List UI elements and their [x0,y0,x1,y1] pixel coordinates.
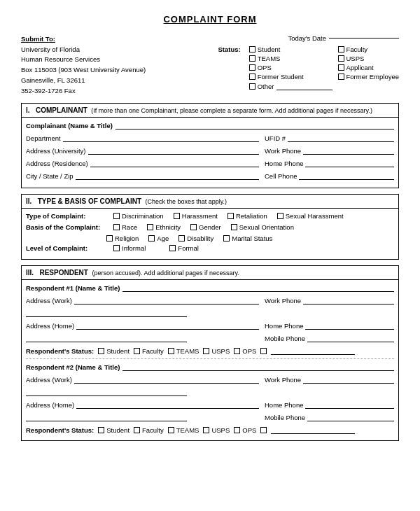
type-harassment[interactable]: Harassment [174,212,218,220]
city-field[interactable] [76,172,259,180]
status-student[interactable]: Student [249,46,332,53]
cb-age[interactable] [148,235,155,241]
basis-gender[interactable]: Gender [190,223,221,231]
type-discrimination[interactable]: Discrimination [113,212,164,220]
status-faculty[interactable]: Faculty [338,46,400,53]
ufid-field[interactable] [288,134,394,142]
r2-home-phone-field[interactable] [305,400,394,409]
r2-cb-student[interactable] [98,427,104,433]
type-retaliation[interactable]: Retaliation [227,212,267,220]
r1-status-student[interactable]: Student [98,347,130,355]
cb-race[interactable] [113,224,120,230]
cb-religion[interactable] [106,235,113,241]
level-informal[interactable]: Informal [113,244,146,252]
cb-harassment[interactable] [174,213,180,219]
r1-cb-usps[interactable] [203,348,209,354]
r1-cb-faculty[interactable] [134,348,140,354]
cb-gender[interactable] [190,224,197,230]
address-university-field[interactable] [88,146,259,155]
r1-mobile-field[interactable] [307,334,394,342]
r1-status-ops[interactable]: OPS [234,347,256,355]
basis-sexual-orientation[interactable]: Sexual Orientation [231,223,294,231]
basis-religion[interactable]: Religion [106,234,139,242]
r2-addr-home-field2[interactable] [26,413,187,421]
checkbox-usps[interactable] [338,55,344,62]
checkbox-faculty[interactable] [338,46,344,52]
checkbox-former-employee[interactable] [338,74,344,80]
respondent2-name-field[interactable] [122,363,394,371]
r1-status-other-field[interactable] [271,346,355,355]
r1-cb-ops[interactable] [234,348,240,354]
r2-addr-work-field2[interactable] [26,388,187,396]
cb-formal[interactable] [169,245,176,251]
r2-addr-home-row: Address (Home) Home Phone [26,400,394,409]
r1-addr-home-field[interactable] [76,321,259,330]
r2-cb-teams[interactable] [168,427,174,433]
r2-status-ops[interactable]: OPS [234,426,256,434]
checkbox-other[interactable] [249,83,255,90]
type-sexual-harassment[interactable]: Sexual Harassment [277,212,344,220]
r2-mobile-field[interactable] [307,413,394,421]
basis-race[interactable]: Race [113,223,137,231]
r1-work-phone-field[interactable] [303,296,394,304]
r2-cb-faculty[interactable] [134,427,140,433]
r2-status-teams[interactable]: TEAMS [168,426,200,434]
home-phone-field[interactable] [305,159,394,167]
r1-cb-other[interactable] [260,348,267,354]
r1-home-phone-field[interactable] [305,321,394,330]
checkbox-ops[interactable] [249,64,255,71]
r2-mobile-row: Mobile Phone [26,413,394,421]
department-field[interactable] [63,134,259,142]
status-former-employee[interactable]: Former Employee [338,73,400,80]
r1-status-faculty[interactable]: Faculty [134,347,164,355]
cb-informal[interactable] [113,245,120,251]
r1-cb-teams[interactable] [168,348,174,354]
r1-addr-work-field[interactable] [74,296,259,304]
r2-work-phone-field[interactable] [303,375,394,384]
level-formal[interactable]: Formal [169,244,199,252]
r2-cb-ops[interactable] [234,427,240,433]
address-residence-field[interactable] [90,159,259,167]
r1-addr-work-field2[interactable] [26,309,187,317]
status-other[interactable]: Other [249,82,332,90]
status-usps[interactable]: USPS [338,55,400,62]
basis-disability[interactable]: Disability [178,234,214,242]
checkbox-teams[interactable] [249,55,255,62]
status-teams[interactable]: TEAMS [249,55,332,62]
r1-status-teams[interactable]: TEAMS [168,347,200,355]
cb-retaliation[interactable] [227,213,234,219]
respondent1-name-field[interactable] [122,284,394,292]
cb-marital-status[interactable] [223,235,230,241]
cell-phone-field[interactable] [299,172,394,180]
cb-discrimination[interactable] [113,213,120,219]
basis-marital-status[interactable]: Marital Status [223,234,272,242]
status-applicant[interactable]: Applicant [338,64,400,71]
cb-sexual-orientation[interactable] [231,224,237,230]
status-ops[interactable]: OPS [249,64,332,71]
basis-age[interactable]: Age [148,234,169,242]
r2-status-other-field[interactable] [271,426,355,434]
status-former-student[interactable]: Former Student [249,73,332,80]
checkbox-former-student[interactable] [249,74,255,80]
r2-status-faculty-label: Faculty [142,426,164,434]
r2-addr-work-field[interactable] [74,375,259,384]
complainant-name-field[interactable] [115,121,394,130]
r1-status-usps[interactable]: USPS [203,347,230,355]
basis-ethnicity[interactable]: Ethnicity [147,223,181,231]
r2-status-faculty[interactable]: Faculty [134,426,164,434]
work-phone-field[interactable] [303,146,394,155]
checkbox-student[interactable] [249,46,255,52]
date-underline[interactable] [329,38,399,38]
r2-cb-other[interactable] [260,427,267,433]
checkbox-applicant[interactable] [338,64,344,71]
cb-ethnicity[interactable] [147,224,153,230]
r2-addr-home-field[interactable] [76,400,259,409]
cb-sexual-harassment[interactable] [277,213,284,219]
r2-status-usps[interactable]: USPS [203,426,230,434]
r1-addr-home-field2[interactable] [26,334,187,342]
r1-cb-student[interactable] [98,348,104,354]
r2-cb-usps[interactable] [203,427,209,433]
r2-status-student[interactable]: Student [98,426,130,434]
other-field[interactable] [276,82,332,90]
cb-disability[interactable] [178,235,185,241]
